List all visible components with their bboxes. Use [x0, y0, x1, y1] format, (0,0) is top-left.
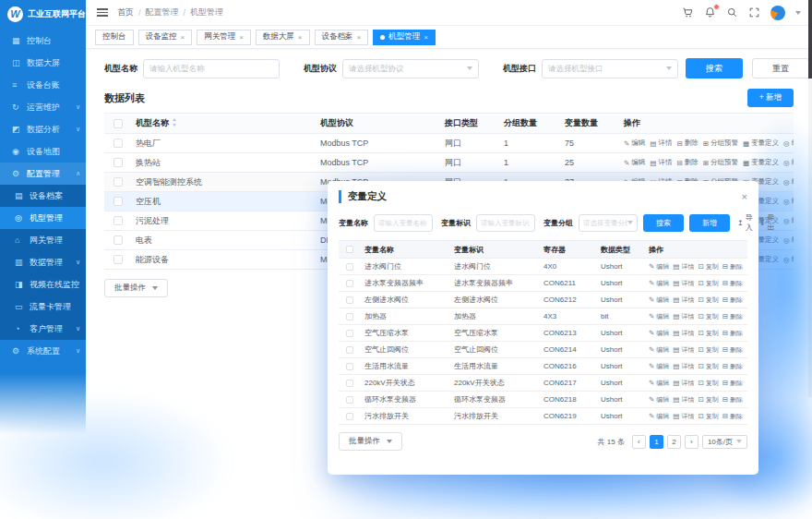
row-checkbox[interactable] [346, 330, 353, 337]
nav-tab[interactable]: 设备监控 × [138, 30, 193, 45]
breadcrumb-item[interactable]: 首页 [117, 6, 134, 18]
page-button[interactable]: 2 [667, 435, 681, 449]
sidebar-subitem[interactable]: ▥ 数据管理 ∨ [0, 251, 86, 273]
copy-link[interactable]: ⊡复制 [698, 312, 718, 321]
modal-search-button[interactable]: 搜索 [643, 214, 684, 232]
sidebar-subitem[interactable]: ⌂ 网关管理 [0, 229, 86, 251]
user-menu-caret-icon[interactable] [795, 11, 801, 15]
copy-link[interactable]: ⊡复制 [698, 262, 718, 272]
delete-link[interactable]: ⊟删除 [722, 279, 743, 288]
delete-link[interactable]: ⊟删除 [722, 379, 743, 388]
sidebar-item[interactable]: ▦ 控制台 [0, 30, 86, 52]
copy-link[interactable]: ⊡复制 [698, 329, 718, 338]
breadcrumb-item[interactable]: 机型管理 [190, 6, 223, 18]
edit-link[interactable]: ✎编辑 [649, 279, 669, 288]
export-link[interactable]: ↧导出 [759, 212, 775, 233]
variable-define-link[interactable]: ▦变量定义 [743, 139, 779, 148]
variable-row[interactable]: 污水排放开关 污水排放开关 CON6219 Ushort ✎编辑 ▤详情 ⊡复制… [339, 408, 747, 425]
nav-tab[interactable]: 网关管理 × [197, 30, 251, 45]
detail-link[interactable]: ▤详情 [673, 329, 694, 338]
row-checkbox[interactable] [346, 313, 353, 320]
variable-define-link[interactable]: ▦变量定义 [743, 158, 779, 167]
detail-link[interactable]: ▤详情 [673, 362, 694, 371]
copy-link[interactable]: ⊡复制 [698, 395, 718, 404]
group-alert-link[interactable]: ⊞分组预警 [703, 158, 738, 167]
user-avatar[interactable] [770, 6, 785, 20]
sidebar-item[interactable]: ◉ 设备地图 [0, 140, 86, 163]
scada-define-link[interactable]: ◎组态定义 [783, 139, 794, 148]
tab-close-icon[interactable]: × [424, 33, 428, 42]
delete-link[interactable]: ⊟删除 [722, 362, 743, 371]
modal-filter-input[interactable] [579, 214, 638, 232]
detail-link[interactable]: ▤详情 [673, 296, 694, 305]
sidebar-subitem[interactable]: ▭ 流量卡管理 [0, 296, 86, 318]
modal-filter-text-input[interactable] [583, 219, 627, 227]
sidebar-subitem[interactable]: ▤ 设备档案 [0, 185, 86, 207]
copy-link[interactable]: ⊡复制 [698, 279, 718, 288]
scada-define-link[interactable]: ◎组态定义 [783, 197, 794, 206]
sidebar-item[interactable]: ⚙ 配置管理 ∧ [0, 163, 86, 185]
row-checkbox[interactable] [346, 380, 353, 387]
variable-row[interactable]: 空气压缩水泵 空气压缩水泵 CON6213 Ushort ✎编辑 ▤详情 ⊡复制… [339, 325, 747, 342]
bell-icon[interactable] [704, 6, 716, 18]
filter-input[interactable] [143, 59, 280, 78]
sort-icon[interactable] [172, 118, 178, 127]
scada-define-link[interactable]: ◎组态定义 [783, 177, 794, 187]
import-link[interactable]: ↥导入 [737, 212, 753, 233]
variable-row[interactable]: 220kV开关状态 220kV开关状态 CON6217 Ushort ✎编辑 ▤… [339, 375, 747, 392]
copy-link[interactable]: ⊡复制 [698, 412, 718, 421]
nav-tab[interactable]: 机型管理 × [373, 30, 436, 45]
reset-button[interactable]: 重置 [752, 58, 809, 78]
sidebar-subitem[interactable]: ◎ 机型管理 [0, 207, 86, 229]
add-button[interactable]: + 新增 [747, 89, 794, 107]
nav-tab[interactable]: 控制台 [95, 30, 134, 45]
row-checkbox[interactable] [346, 363, 353, 370]
detail-link[interactable]: ▤详情 [673, 395, 694, 404]
column-header[interactable]: 机型名称 [132, 117, 316, 129]
tab-close-icon[interactable]: × [181, 33, 185, 42]
detail-link[interactable]: ▤详情 [673, 312, 694, 321]
row-checkbox[interactable] [346, 413, 353, 420]
tab-close-icon[interactable]: × [298, 33, 303, 42]
delete-link[interactable]: ⊟删除 [722, 329, 743, 338]
page-scrollbar[interactable] [808, 0, 812, 397]
nav-tab[interactable]: 数据大屏 × [256, 30, 310, 45]
row-checkbox[interactable] [346, 296, 353, 304]
variable-row[interactable]: 空气止回阀位 空气止回阀位 CON6214 Ushort ✎编辑 ▤详情 ⊡复制… [339, 342, 747, 358]
row-checkbox[interactable] [346, 346, 353, 354]
sidebar-item[interactable]: ↻ 运营维护 ∨ [0, 96, 86, 118]
row-checkbox[interactable] [113, 139, 123, 148]
delete-link[interactable]: ⊟删除 [722, 395, 743, 404]
edit-link[interactable]: ✎编辑 [649, 329, 669, 338]
edit-link[interactable]: ✎编辑 [624, 158, 645, 167]
delete-link[interactable]: ⊟删除 [722, 412, 743, 421]
modal-select-all-checkbox[interactable] [346, 246, 353, 253]
copy-link[interactable]: ⊡复制 [698, 379, 718, 388]
sidebar-toggle-icon[interactable] [97, 8, 108, 17]
row-checkbox[interactable] [113, 158, 123, 167]
modal-filter-input[interactable] [476, 214, 535, 232]
delete-link[interactable]: ⊟删除 [676, 158, 698, 167]
detail-link[interactable]: ▤详情 [673, 345, 694, 355]
detail-link[interactable]: ▤详情 [650, 139, 672, 148]
copy-link[interactable]: ⊡复制 [698, 296, 718, 305]
edit-link[interactable]: ✎编辑 [649, 412, 669, 421]
row-checkbox[interactable] [113, 235, 123, 245]
sidebar-item[interactable]: ◩ 数据分析 ∨ [0, 118, 86, 140]
row-checkbox[interactable] [113, 216, 123, 225]
filter-text-input[interactable] [349, 64, 467, 73]
detail-link[interactable]: ▤详情 [673, 412, 694, 421]
group-alert-link[interactable]: ⊞分组预警 [703, 139, 738, 148]
row-checkbox[interactable] [113, 255, 123, 264]
row-checkbox[interactable] [113, 177, 123, 187]
filter-input[interactable] [542, 59, 678, 78]
row-checkbox[interactable] [113, 197, 123, 206]
nav-tab[interactable]: 设备档案 × [315, 30, 369, 45]
variable-row[interactable]: 进水阀门位 进水阀门位 4X0 Ushort ✎编辑 ▤详情 ⊡复制 ⊟删除 [339, 259, 747, 275]
modal-filter-input[interactable] [374, 214, 433, 232]
scada-define-link[interactable]: ◎组态定义 [783, 255, 794, 264]
batch-operation-button[interactable]: 批量操作 [104, 279, 168, 297]
scada-define-link[interactable]: ◎组态定义 [783, 158, 794, 167]
edit-link[interactable]: ✎编辑 [649, 395, 669, 404]
filter-input[interactable] [342, 59, 479, 78]
